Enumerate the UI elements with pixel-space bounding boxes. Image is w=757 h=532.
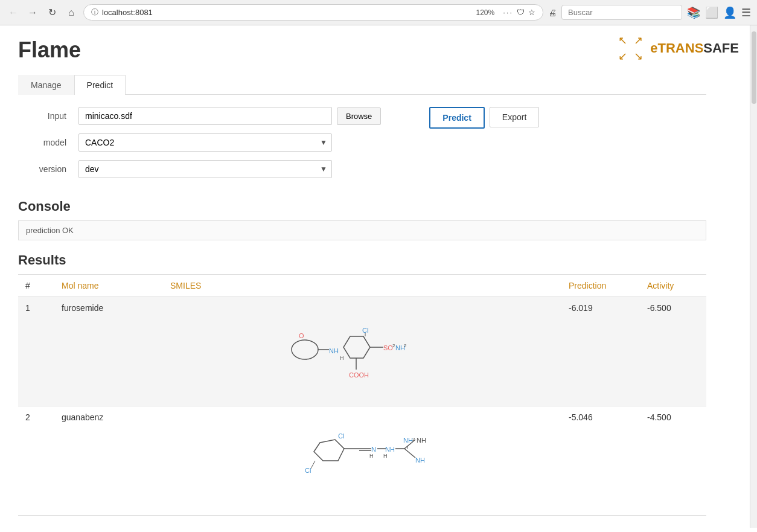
model-control: CACO2 ▼ [78,133,332,152]
table-row: 1 furosemide O [18,297,706,406]
row2-activity: -4.500 [640,406,706,516]
furosemide-svg: O NH Cl [272,306,453,397]
svg-text:2: 2 [404,343,407,348]
model-select[interactable]: CACO2 [78,133,332,152]
page-title: Flame [18,37,706,63]
svg-text:Cl: Cl [305,467,311,474]
input-control: Browse [78,107,381,125]
guanabenz-molecule: Cl Cl N [170,412,554,509]
col-header-prediction: Prediction [561,275,640,297]
input-field[interactable] [78,107,332,125]
console-output: prediction OK [18,220,706,240]
col-header-activity: Activity [640,275,706,297]
guanabenz-svg: Cl Cl N [272,415,453,506]
more-options-icon: ··· [503,8,513,17]
reload-button[interactable]: ↻ [45,5,59,20]
version-label: version [18,164,66,174]
console-title: Console [18,199,706,214]
info-icon: ⓘ [91,7,98,18]
row2-smiles: Cl Cl N [163,406,561,516]
results-title: Results [18,252,706,268]
table-header-row: # Mol name SMILES Prediction Activity [18,275,706,297]
logo-e: e [650,40,657,56]
row1-num: 1 [18,297,54,406]
profile-icon: 👤 [723,6,736,19]
logo-trans: TRANS [658,40,704,56]
tabs: Manage Predict [18,75,706,95]
page-content: Flame Manage Predict Input Browse model [0,25,724,528]
svg-text:NH: NH [329,347,339,354]
svg-text:COOH: COOH [349,371,369,379]
model-row: model CACO2 ▼ [18,133,381,152]
svg-text:N: N [371,446,376,453]
logo: ↖ ↗ ↙ ↘ eTRANSSAFE [615,33,739,63]
sidebar-icon: ⬜ [705,6,718,19]
menu-button[interactable]: ☰ [741,6,751,19]
home-button[interactable]: ⌂ [64,5,78,20]
form-section: Input Browse model CACO2 ▼ [18,107,381,187]
col-header-num: # [18,275,54,297]
version-select[interactable]: dev [78,160,332,178]
action-buttons: Predict Export [429,107,539,129]
export-button[interactable]: Export [490,107,539,127]
predict-button[interactable]: Predict [429,107,484,129]
version-select-wrapper: dev ▼ [78,160,332,178]
table-row: 2 guanabenz Cl [18,406,706,516]
col-header-smiles: SMILES [163,275,561,297]
row2-prediction: -5.046 [561,406,640,516]
arrow-tl: ↖ [615,33,630,48]
svg-text:Cl: Cl [338,432,344,440]
logo-text: eTRANSSAFE [650,40,739,56]
version-row: version dev ▼ [18,160,381,178]
scrollbar-thumb[interactable] [752,31,756,104]
input-label: Input [18,111,66,121]
svg-text:H: H [369,453,374,459]
logo-safe: SAFE [703,40,739,56]
forward-button[interactable]: → [25,5,40,20]
address-bar[interactable]: ⓘ localhost:8081 120% ··· 🛡 ☆ [83,4,543,21]
bookmark-icon: ☆ [528,8,535,17]
svg-marker-4 [343,336,370,358]
svg-text:NH: NH [385,446,395,453]
results-section: Results # Mol name SMILES Prediction Act… [18,252,706,516]
row2-mol-name: guanabenz [54,406,163,516]
model-label: model [18,138,66,147]
arrow-bl: ↙ [615,49,630,63]
svg-line-18 [311,461,315,469]
row1-mol-name: furosemide [54,297,163,406]
row1-prediction: -6.019 [561,297,640,406]
version-control: dev ▼ [78,160,332,178]
browse-button[interactable]: Browse [337,107,381,125]
svg-text:NH: NH [417,437,426,444]
logo-arrows: ↖ ↗ ↙ ↘ [615,33,645,63]
tab-predict[interactable]: Predict [74,75,126,95]
svg-text:H: H [383,453,388,459]
back-button[interactable]: ← [6,5,21,20]
col-header-mol-name: Mol name [54,275,163,297]
scrollbar[interactable] [750,25,757,528]
console-section: Console prediction OK [18,199,706,240]
url-text: localhost:8081 [102,8,472,17]
browser-icons: 🖨 [548,8,557,18]
print-icon[interactable]: 🖨 [548,8,557,18]
browser-chrome: ← → ↻ ⌂ ⓘ localhost:8081 120% ··· 🛡 ☆ 🖨 … [0,0,757,25]
arrow-tr: ↗ [631,33,645,48]
library-icon: 📚 [687,6,700,19]
tab-manage[interactable]: Manage [18,75,74,95]
svg-marker-15 [314,440,344,461]
svg-text:SO: SO [383,344,393,351]
row1-activity: -6.500 [640,297,706,406]
model-select-wrapper: CACO2 ▼ [78,133,332,152]
zoom-level: 120% [476,8,494,17]
shield-icon: 🛡 [517,8,525,17]
results-table: # Mol name SMILES Prediction Activity 1 … [18,274,706,516]
furosemide-molecule: O NH Cl [170,303,554,400]
svg-text:H: H [340,355,344,361]
browser-search-input[interactable] [561,5,682,20]
svg-text:NH: NH [415,457,425,464]
arrow-br: ↘ [631,49,645,63]
row2-num: 2 [18,406,54,516]
input-row: Input Browse [18,107,381,125]
svg-text:O: O [299,332,304,339]
row1-smiles: O NH Cl [163,297,561,406]
